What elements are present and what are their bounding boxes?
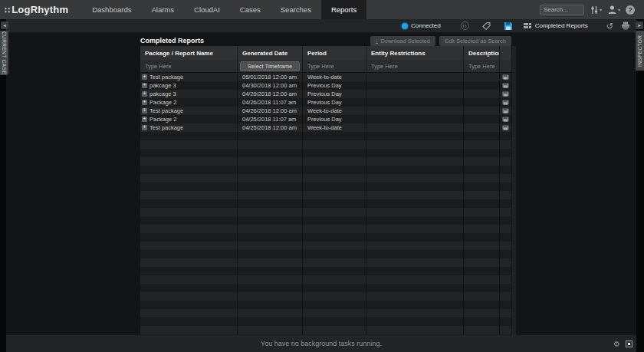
edit-selected-as-search-button[interactable]: Edit Selected as Search (439, 36, 511, 46)
expand-row-icon[interactable]: + (142, 125, 147, 130)
tab-alarms[interactable]: Alarms (141, 0, 184, 19)
table-row[interactable]: + (140, 157, 511, 166)
generated-date-cell (238, 242, 303, 250)
table-row[interactable]: + (140, 250, 511, 258)
user-menu-dropdown[interactable]: ▾ (607, 5, 620, 15)
table-row[interactable]: + (140, 183, 511, 191)
column-header-description[interactable]: Description (464, 46, 500, 60)
completed-reports-panel: Completed Reports ↓ Download Selected Ed… (140, 35, 511, 335)
search-input[interactable] (540, 5, 584, 15)
expand-row-icon[interactable]: + (142, 91, 147, 97)
print-icon[interactable] (621, 19, 630, 33)
report-file-icon[interactable] (502, 83, 509, 88)
tab-cloudai[interactable]: CloudAI (184, 0, 230, 19)
table-vertical-scrollbar[interactable] (512, 46, 516, 335)
current-case-collapse-icon[interactable]: ◂ (1, 21, 8, 29)
table-row[interactable]: + (140, 258, 511, 267)
expand-row-icon[interactable]: + (142, 100, 147, 105)
refresh-icon[interactable]: ↺ (606, 22, 613, 30)
table-row[interactable]: + (140, 132, 511, 140)
table-row[interactable]: + (140, 292, 511, 301)
tab-searches[interactable]: Searches (271, 0, 321, 19)
logrhythm-logo: ∷ LogRhythm (0, 0, 71, 19)
description-cell (464, 216, 500, 225)
table-row[interactable]: + Package 2 04/25/2018 11:07 am Previous… (140, 115, 511, 123)
main-content-area: Completed Reports ↓ Download Selected Ed… (6, 33, 636, 335)
column-header-generated-date[interactable]: Generated Date (238, 46, 303, 60)
table-row[interactable]: + (140, 140, 511, 149)
table-row[interactable]: + (140, 242, 511, 250)
table-row[interactable]: + pakcage 3 04/30/2018 12:00 am Previous… (140, 81, 511, 90)
table-row[interactable]: + pakcage 3 04/29/2018 12:00 am Previous… (140, 90, 511, 98)
table-row[interactable]: + (140, 326, 511, 334)
tab-dashboards[interactable]: Dashboards (82, 0, 141, 19)
table-row[interactable]: + (140, 174, 511, 183)
tab-reports[interactable]: Reports (321, 0, 366, 19)
report-file-icon[interactable] (502, 91, 509, 97)
table-row[interactable]: + Package 2 04/26/2018 11:07 am Previous… (140, 98, 511, 107)
entity-restrictions-cell (366, 242, 464, 250)
tab-cases[interactable]: Cases (230, 0, 271, 19)
table-row[interactable]: + (140, 284, 511, 292)
table-row[interactable]: + Test package 04/25/2018 12:00 am Week-… (140, 123, 511, 132)
generated-date-cell (238, 157, 303, 166)
description-cell (464, 326, 500, 334)
panel-action-buttons: ↓ Download Selected Edit Selected as Sea… (370, 36, 511, 46)
period-cell (303, 174, 366, 183)
entity-restrictions-cell (366, 183, 464, 191)
column-header-period[interactable]: Period (303, 46, 366, 60)
pause-updates-button[interactable] (461, 21, 469, 30)
filter-description-input[interactable] (468, 63, 499, 70)
table-row[interactable]: + (140, 309, 511, 317)
table-row[interactable]: + (140, 208, 511, 216)
expand-row-icon[interactable]: + (142, 83, 147, 88)
report-file-icon[interactable] (502, 117, 509, 122)
table-row[interactable]: + (140, 317, 511, 326)
table-row[interactable]: + (140, 225, 511, 233)
column-header-entity-restrictions[interactable]: Entity Restrictions (366, 46, 464, 60)
table-row[interactable]: + (140, 191, 511, 199)
period-cell: Week-to-date (303, 123, 366, 132)
report-file-icon[interactable] (502, 74, 509, 80)
table-row[interactable]: + Test package 05/01/2018 12:00 am Week-… (140, 73, 511, 81)
generated-date-cell: 04/25/2018 12:00 am (238, 123, 303, 132)
report-file-icon[interactable] (502, 125, 509, 130)
filter-entity-input[interactable] (371, 63, 463, 70)
period-cell (303, 326, 366, 334)
table-row[interactable]: + Test package 04/26/2018 12:00 am Week-… (140, 107, 511, 115)
save-icon[interactable] (504, 21, 513, 31)
current-case-tab[interactable]: CURRENT CASE (0, 31, 8, 75)
column-header-package-report-name[interactable]: Package / Report Name (140, 46, 238, 60)
inspector-collapse-icon[interactable]: ▸ (636, 21, 643, 29)
table-row[interactable]: + (140, 301, 511, 309)
filter-package-name-input[interactable] (145, 63, 237, 70)
generated-date-cell (238, 250, 303, 258)
filter-period-input[interactable] (307, 63, 366, 70)
table-row[interactable]: + (140, 216, 511, 225)
tag-icon[interactable] (481, 21, 491, 31)
logo-text: LogRhythm (12, 4, 68, 15)
view-selector-completed-reports[interactable]: Completed Reports (524, 22, 588, 29)
report-file-icon[interactable] (502, 108, 509, 113)
expand-row-icon[interactable]: + (142, 117, 147, 122)
select-timeframe-button[interactable]: Select Timeframe (240, 61, 300, 71)
table-row[interactable]: + (140, 149, 511, 157)
table-row[interactable]: + (140, 275, 511, 284)
inspector-tab[interactable]: INSPECTOR (636, 31, 644, 71)
report-file-icon[interactable] (502, 100, 509, 105)
gear-icon[interactable]: ⚙ (613, 340, 620, 348)
expand-row-icon[interactable]: + (142, 108, 147, 113)
table-row[interactable]: + (140, 233, 511, 242)
table-row[interactable]: + (140, 199, 511, 208)
report-name-cell: Test package (150, 124, 183, 131)
panel-header: Completed Reports ↓ Download Selected Ed… (140, 35, 511, 46)
search-options-dropdown[interactable]: ▾ (590, 5, 602, 15)
help-icon[interactable]: ? (626, 5, 635, 15)
task-panel-toggle-icon[interactable] (626, 340, 632, 347)
download-selected-button[interactable]: ↓ Download Selected (370, 36, 435, 46)
entity-restrictions-cell (366, 123, 464, 132)
expand-row-icon[interactable]: + (142, 74, 147, 80)
table-row[interactable]: + (140, 267, 511, 275)
period-cell (303, 292, 366, 301)
table-row[interactable]: + (140, 166, 511, 174)
